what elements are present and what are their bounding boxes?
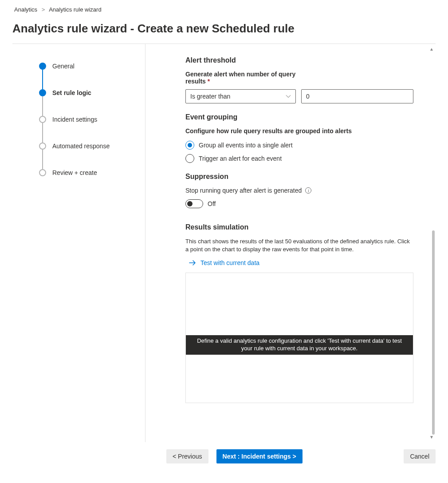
step-incident-settings[interactable]: Incident settings (39, 116, 145, 143)
input-value: 0 (306, 93, 310, 100)
step-label: General (52, 63, 75, 70)
page-title: Analytics rule wizard - Create a new Sch… (0, 17, 448, 44)
section-alert-threshold: Alert threshold (185, 56, 413, 64)
results-chart-placeholder: Define a valid analytics rule configurat… (185, 273, 413, 403)
required-asterisk: * (208, 78, 210, 85)
threshold-operator-select[interactable]: Is greater than (185, 89, 296, 103)
grouping-option-single[interactable]: Group all events into a single alert (185, 141, 413, 150)
select-value: Is greater than (190, 93, 230, 100)
cancel-button[interactable]: Cancel (404, 449, 436, 463)
step-indicator-icon (39, 143, 46, 150)
step-indicator-icon (39, 169, 46, 176)
breadcrumb-link-analytics[interactable]: Analytics (14, 6, 37, 13)
info-icon[interactable]: i (305, 187, 311, 194)
threshold-field-label: Generate alert when number of query resu… (185, 71, 301, 85)
test-with-current-data-link[interactable]: Test with current data (189, 259, 413, 266)
step-set-rule-logic[interactable]: Set rule logic (39, 89, 145, 116)
step-label: Incident settings (52, 116, 97, 123)
radio-icon (185, 141, 194, 150)
grouping-option-each[interactable]: Trigger an alert for each event (185, 154, 413, 163)
scroll-up-icon[interactable]: ▲ (429, 47, 434, 51)
radio-label: Group all events into a single alert (199, 142, 293, 149)
chevron-right-icon: > (42, 6, 45, 13)
section-event-grouping: Event grouping (185, 113, 413, 121)
step-review-create[interactable]: Review + create (39, 169, 145, 196)
scrollbar-thumb[interactable] (432, 230, 435, 435)
previous-button[interactable]: < Previous (166, 449, 208, 463)
step-indicator-icon (39, 63, 46, 70)
suppression-toggle[interactable] (185, 199, 203, 208)
toggle-state-label: Off (208, 200, 216, 207)
next-button[interactable]: Next : Incident settings > (216, 449, 303, 463)
step-indicator-icon (39, 89, 46, 96)
step-general[interactable]: General (39, 63, 145, 89)
breadcrumb: Analytics > Analytics rule wizard (0, 0, 448, 17)
threshold-value-input[interactable]: 0 (301, 89, 413, 103)
wizard-steps: General Set rule logic Incident settings… (12, 44, 145, 442)
grouping-subheading: Configure how rule query results are gro… (185, 127, 413, 135)
wizard-footer: < Previous Next : Incident settings > Ca… (0, 442, 448, 471)
link-label: Test with current data (200, 259, 259, 266)
suppression-label: Stop running query after alert is genera… (185, 187, 302, 194)
radio-label: Trigger an alert for each event (199, 155, 282, 162)
scroll-down-icon[interactable]: ▼ (429, 435, 434, 439)
step-automated-response[interactable]: Automated response (39, 143, 145, 169)
step-label: Automated response (52, 143, 110, 150)
radio-icon (185, 154, 194, 163)
chevron-down-icon (286, 94, 291, 99)
breadcrumb-current: Analytics rule wizard (49, 6, 102, 13)
step-label: Review + create (52, 169, 97, 176)
toggle-knob-icon (187, 201, 193, 206)
section-suppression: Suppression (185, 173, 413, 181)
section-results-simulation: Results simulation (185, 223, 413, 231)
results-empty-message: Define a valid analytics rule configurat… (186, 335, 413, 355)
results-description: This chart shows the results of the last… (185, 238, 413, 253)
step-label: Set rule logic (52, 89, 91, 96)
arrow-right-icon (189, 260, 196, 266)
step-indicator-icon (39, 116, 46, 123)
